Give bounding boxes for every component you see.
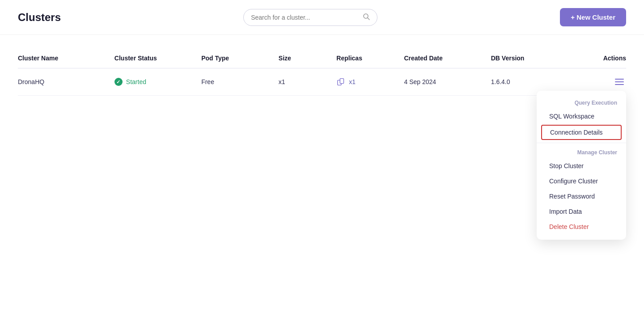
cell-cluster-status: Started	[114, 68, 201, 96]
status-label: Started	[126, 78, 146, 85]
table-header-row: Cluster Name Cluster Status Pod Type Siz…	[18, 48, 626, 68]
cell-cluster-name: DronaHQ	[18, 68, 114, 96]
import-data-item[interactable]: Import Data	[537, 204, 626, 219]
svg-rect-3	[340, 79, 344, 84]
new-cluster-button[interactable]: + New Cluster	[560, 8, 626, 26]
page-title: Clusters	[18, 11, 61, 24]
table-container: Cluster Name Cluster Status Pod Type Siz…	[0, 35, 644, 96]
hamburger-icon	[614, 78, 624, 85]
replicas-icon	[336, 77, 346, 87]
cell-actions: Query Execution SQL Workspace Connection…	[578, 68, 626, 96]
col-header-status: Cluster Status	[114, 48, 201, 68]
actions-menu-button[interactable]	[578, 76, 626, 87]
menu-divider	[537, 143, 626, 143]
status-badge: Started	[114, 78, 201, 86]
actions-dropdown: Query Execution SQL Workspace Connection…	[537, 91, 626, 240]
manage-cluster-label: Manage Cluster	[537, 146, 626, 158]
delete-cluster-item[interactable]: Delete Cluster	[537, 219, 626, 234]
stop-cluster-item[interactable]: Stop Cluster	[537, 158, 626, 174]
replicas-cell: x1	[336, 77, 404, 87]
col-header-size: Size	[279, 48, 337, 68]
col-header-replicas: Replicas	[336, 48, 404, 68]
col-header-created: Created Date	[404, 48, 491, 68]
col-header-name: Cluster Name	[18, 48, 114, 68]
configure-cluster-item[interactable]: Configure Cluster	[537, 174, 626, 189]
cell-replicas: x1	[336, 68, 404, 96]
replicas-count: x1	[349, 78, 356, 85]
cell-pod-type: Free	[201, 68, 279, 96]
col-header-pod: Pod Type	[201, 48, 279, 68]
clusters-table: Cluster Name Cluster Status Pod Type Siz…	[18, 48, 626, 96]
connection-details-item[interactable]: Connection Details	[541, 125, 622, 140]
search-bar	[243, 9, 377, 26]
col-header-dbversion: DB Version	[491, 48, 578, 68]
cell-size: x1	[279, 68, 337, 96]
svg-line-1	[368, 18, 369, 20]
reset-password-item[interactable]: Reset Password	[537, 189, 626, 204]
status-dot-icon	[114, 78, 123, 86]
col-header-actions: Actions	[578, 48, 626, 68]
header: Clusters + New Cluster	[0, 0, 644, 35]
table-row: DronaHQ Started Free x1 x1	[18, 68, 626, 96]
query-execution-label: Query Execution	[537, 96, 626, 109]
cell-created-date: 4 Sep 2024	[404, 68, 491, 96]
search-input[interactable]	[251, 14, 359, 21]
search-icon	[363, 13, 370, 22]
sql-workspace-item[interactable]: SQL Workspace	[537, 109, 626, 124]
